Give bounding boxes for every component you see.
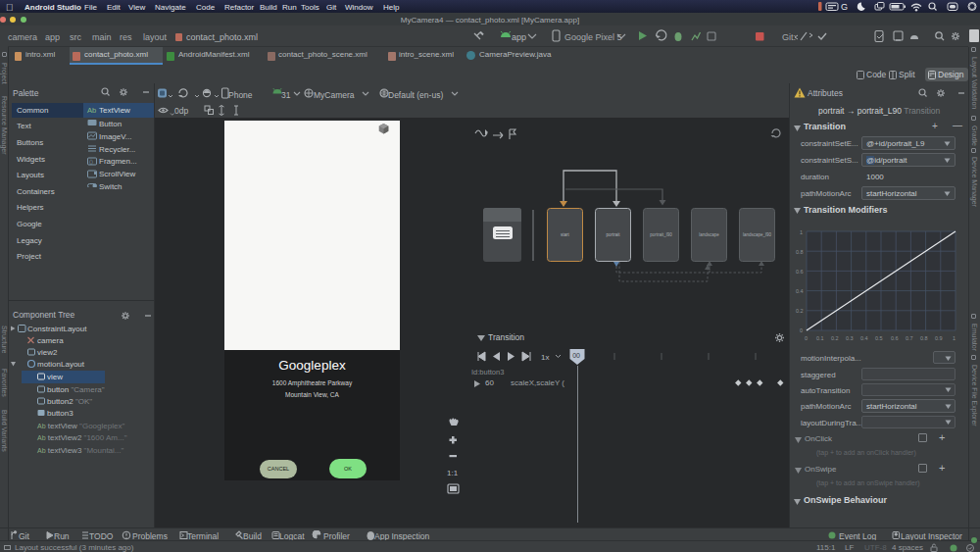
svg-text:0.6: 0.6 [796, 269, 804, 275]
svg-text:1: 1 [953, 335, 956, 341]
svg-text:0.3: 0.3 [846, 335, 854, 341]
svg-text:0: 0 [800, 327, 803, 333]
svg-text:0.8: 0.8 [920, 335, 928, 341]
svg-text:0.1: 0.1 [816, 335, 824, 341]
svg-text:0.6: 0.6 [891, 335, 899, 341]
svg-text:0.4: 0.4 [796, 288, 804, 294]
svg-text:0.2: 0.2 [796, 308, 804, 314]
svg-text:0.9: 0.9 [935, 335, 943, 341]
svg-text:1:1: 1:1 [447, 469, 459, 477]
svg-text:G: G [841, 2, 848, 12]
svg-text:〈〉: 〈〉 [89, 159, 93, 165]
svg-text:0.7: 0.7 [906, 335, 913, 341]
svg-text:0.5: 0.5 [875, 335, 883, 341]
svg-text:0.8: 0.8 [796, 249, 804, 255]
svg-text:0: 0 [805, 335, 808, 341]
svg-text:00: 00 [572, 352, 580, 359]
svg-text:0.2: 0.2 [831, 335, 839, 341]
svg-text:1: 1 [800, 229, 803, 235]
svg-text:1x: 1x [541, 353, 549, 362]
svg-text:0.4: 0.4 [860, 335, 868, 341]
